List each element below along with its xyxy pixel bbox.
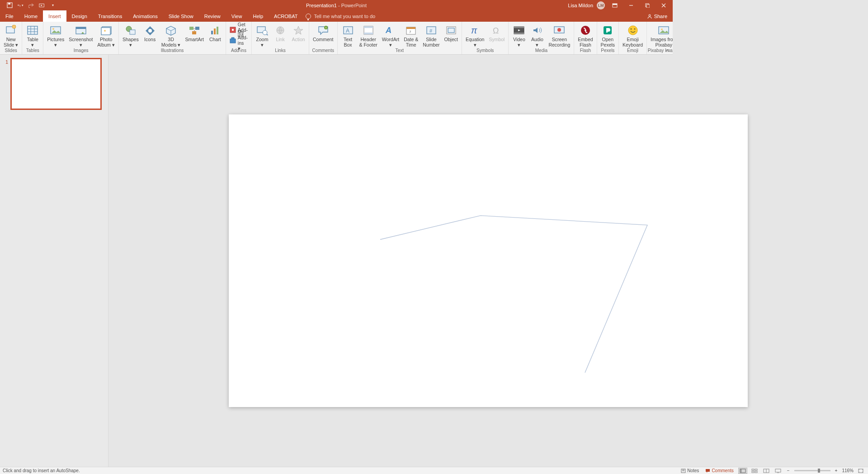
minimize-button[interactable] [625,0,637,10]
svg-rect-33 [214,28,216,34]
svg-rect-32 [211,31,213,34]
3d-models-button[interactable]: 3D Models ▾ [160,24,183,47]
slide-editor[interactable] [108,55,673,367]
svg-rect-26 [130,30,135,34]
smartart-icon [189,24,200,36]
my-addins-button[interactable]: My Add-ins ▾ [228,36,250,45]
freeform-shape[interactable] [229,114,673,367]
equation-button[interactable]: πEquation ▾ [464,24,486,47]
smartart-button[interactable]: SmartArt [183,24,205,42]
svg-rect-29 [189,27,193,30]
tab-slide-show[interactable]: Slide Show [163,10,199,22]
text-box-button[interactable]: AText Box [340,24,357,47]
header-footer-icon [363,24,374,36]
group-links: Zoom ▾LinkActionLinks [252,22,309,54]
group-label: Slides [0,48,22,54]
svg-rect-31 [192,31,196,34]
ribbon-display-options-icon[interactable] [609,0,621,10]
tab-animations[interactable]: Animations [127,10,163,22]
start-from-beginning-icon[interactable] [39,2,45,9]
object-button[interactable]: Object [443,24,460,42]
date-time-icon: 7 [405,24,417,36]
workspace: 1 [0,55,673,367]
new-slide-icon [5,24,17,36]
tab-acrobat[interactable]: ACROBAT [269,10,303,22]
svg-point-12 [12,25,16,28]
audio-button[interactable]: Audio ▾ [528,24,546,47]
video-button[interactable]: Video ▾ [510,24,528,47]
svg-point-69 [634,28,635,30]
group-pexels: Open PexelsPexels [597,22,619,54]
new-slide-button[interactable]: New Slide ▾ [2,24,20,47]
tab-design[interactable]: Design [66,10,93,22]
maximize-button[interactable] [641,0,654,10]
ribbon-tabs: FileHomeInsertDesignTransitionsAnimation… [0,10,673,22]
collapse-ribbon-icon[interactable] [665,48,670,53]
group-label: Tables [22,48,43,54]
pixabay-button[interactable]: Images from Pixabay [649,24,673,47]
date-time-button[interactable]: 7Date & Time [402,24,420,47]
share-button[interactable]: Share [647,10,667,22]
screen-rec-button[interactable]: Screen Recording [547,24,572,47]
slide-thumbnail-preview[interactable] [11,58,101,109]
photo-album-button[interactable]: Photo Album ▾ [95,24,117,47]
video-icon [513,24,525,36]
qat-more-icon[interactable]: ▾ [50,2,56,9]
group-label: Pexels [597,48,619,54]
close-button[interactable] [657,0,670,10]
group-label: Media [509,48,574,54]
group-comments: +CommentComments [309,22,338,54]
save-icon[interactable] [6,2,13,9]
photo-album-icon [100,24,112,36]
tab-view[interactable]: View [226,10,248,22]
table-button[interactable]: Table ▾ [24,24,41,47]
embed-flash-button[interactable]: Embed Flash [576,24,594,47]
redo-icon[interactable] [28,2,34,9]
tab-help[interactable]: Help [247,10,269,22]
group-tables: Table ▾Tables [22,22,43,54]
slide-thumbnail-pane[interactable]: 1 [0,55,108,367]
text-box-icon: A [342,24,354,36]
get-addins-icon [230,27,236,33]
tab-file[interactable]: File [0,10,19,22]
group-label: Comments [309,48,337,54]
slide-canvas[interactable] [229,114,673,367]
tab-review[interactable]: Review [199,10,226,22]
svg-text:A: A [346,28,349,34]
symbol-icon: Ω [491,24,503,36]
undo-icon[interactable]: ▾ [17,2,24,9]
tab-insert[interactable]: Insert [43,10,66,22]
icons-button[interactable]: Icons [142,24,159,42]
wordart-button[interactable]: AWordArt ▾ [380,24,401,47]
shapes-button[interactable]: Shapes ▾ [121,24,141,47]
action-button: Action [290,24,307,42]
svg-rect-1 [8,3,10,5]
account-name[interactable]: Lisa Mildon [568,3,593,8]
open-pexels-button[interactable]: Open Pexels [599,24,617,47]
zoom-button[interactable]: Zoom ▾ [254,24,271,47]
svg-text:Ω: Ω [493,26,499,35]
chart-icon [209,24,221,36]
slide-thumbnail[interactable]: 1 [0,58,108,109]
ribbon: New Slide ▾SlidesTable ▾TablesPictures ▾… [0,22,673,55]
svg-rect-57 [448,28,454,33]
tab-transitions[interactable]: Transitions [93,10,127,22]
comment-button[interactable]: +Comment [311,24,335,42]
screenshot-button[interactable]: Screenshot ▾ [67,24,94,47]
svg-point-68 [630,28,632,30]
emoji-kbd-button[interactable]: Emoji Keyboard [621,24,645,47]
account-avatar[interactable]: LM [597,1,605,9]
action-icon [292,24,304,36]
tab-home[interactable]: Home [19,10,43,22]
slide-number-button[interactable]: #Slide Number [421,24,441,47]
group-flash: Embed FlashFlash [574,22,597,54]
group-emoji: Emoji KeyboardEmoji [619,22,647,54]
chart-button[interactable]: Chart [207,24,224,42]
pictures-button[interactable]: Pictures ▾ [45,24,66,47]
shapes-icon [125,24,137,36]
tell-me[interactable]: Tell me what you want to do [306,10,375,22]
header-footer-button[interactable]: Header & Footer [358,24,379,47]
group-symbols: πEquation ▾ΩSymbolSymbols [462,22,509,54]
zoom-icon [256,24,268,36]
link-icon [274,24,286,36]
